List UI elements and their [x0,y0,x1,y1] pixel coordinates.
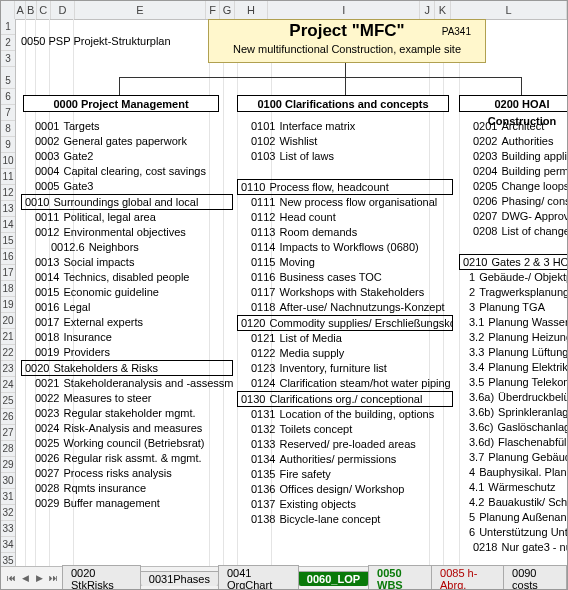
row-header[interactable]: 16 [1,249,15,265]
col0200-item[interactable]: 3.1Planung Wasser/ Abw [459,315,567,330]
column-header-C[interactable]: C [37,1,51,19]
row-header[interactable]: 15 [1,233,15,249]
col0000-item[interactable]: 0029Buffer management [21,496,233,511]
col0000-item[interactable]: 0016Legal [21,300,233,315]
col0100-item[interactable]: 0110Process flow, headcount [237,179,453,195]
row-header[interactable]: 19 [1,297,15,313]
row-header[interactable]: 23 [1,361,15,377]
column-header-I[interactable]: I [268,1,420,19]
col0200-item[interactable]: 0207DWG- Approval Mat [459,209,567,224]
row-header[interactable]: 22 [1,345,15,361]
col0100-item[interactable]: 0117Workshops with Stakeholders [237,285,453,300]
col0000-item[interactable]: 0013Social impacts [21,255,233,270]
col0200-item[interactable]: 0208List of changes [459,224,567,239]
col0200-item[interactable]: 0202Authorities [459,134,567,149]
column-header-B[interactable]: B [26,1,37,19]
col0100-item[interactable]: 0130Clarifications org./ conceptional [237,391,453,407]
col0200-item[interactable]: 3.6c)Gaslöschanlage [459,420,567,435]
row-header[interactable]: 30 [1,473,15,489]
col0000-item[interactable]: 0018Insurance [21,330,233,345]
col0200-item[interactable]: 3.7Planung Gebäudeaut [459,450,567,465]
col0000-item[interactable]: 0012.6Neighbors [21,240,233,255]
col0200-item[interactable]: 3.6d)Flaschenabfüllung [459,435,567,450]
col0100-item[interactable]: 0103List of laws [237,149,453,164]
col0200-item[interactable]: 2Tragwerksplanung [459,285,567,300]
column-header-0100[interactable]: 0100 Clarifications and concepts [237,95,449,112]
row-header[interactable]: 25 [1,393,15,409]
col0200-item[interactable]: 0206Phasing/ constructi [459,194,567,209]
row-header[interactable]: 8 [1,121,15,137]
col0100-item[interactable]: 0131Location of the building, options [237,407,453,422]
col0100-item[interactable]: 0122Media supply [237,346,453,361]
row-header[interactable]: 9 [1,137,15,153]
col0100-item[interactable]: 0124Clarification steam/hot water piping [237,376,453,391]
col0200-item[interactable]: 0218Nur gate3 - nur LPh3+4 [459,540,567,555]
col0100-item[interactable]: 0116Business cases TOC [237,270,453,285]
tab-prev-icon[interactable]: ◀ [19,572,31,584]
column-header-H[interactable]: H [235,1,269,19]
col0100-item[interactable]: 0135Fire safety [237,467,453,482]
col0200-item[interactable]: 6Unterstützung Unterlag [459,525,567,540]
col0200-item[interactable]: 0205Change loops floorp [459,179,567,194]
row-header[interactable]: 34 [1,537,15,553]
row-header[interactable]: 21 [1,329,15,345]
row-header[interactable]: 14 [1,217,15,233]
col0200-item[interactable]: 0201Architect [459,119,567,134]
col0200-item[interactable]: 5Planung Außenanlager [459,510,567,525]
col0100-item[interactable]: 0112Head count [237,210,453,225]
row-header[interactable]: 2 [1,35,15,51]
row-header[interactable]: 27 [1,425,15,441]
col0100-item[interactable]: 0102Wishlist [237,134,453,149]
col0100-item[interactable]: 0134Authorities/ permissions [237,452,453,467]
col0000-item[interactable]: 0012Environmental objectives [21,225,233,240]
col0000-item[interactable]: 0023Regular stakeholder mgmt. [21,406,233,421]
col0100-item[interactable]: 0132Toilets concept [237,422,453,437]
row-header[interactable]: 3 [1,51,15,67]
column-header-F[interactable]: F [206,1,220,19]
row-header[interactable]: 26 [1,409,15,425]
col0200-item[interactable]: 3Planung TGA [459,300,567,315]
col0100-item[interactable]: 0113Room demands [237,225,453,240]
col0000-item[interactable]: 0025Working council (Betriebsrat) [21,436,233,451]
col0000-item[interactable]: 0028Rqmts insurance [21,481,233,496]
col0100-item[interactable]: 0123Inventory, furniture list [237,361,453,376]
tab-first-icon[interactable]: ⏮ [5,572,17,584]
col0000-item[interactable]: 0010Surroundings global and local [21,194,233,210]
col0200-item[interactable]: 3.4Planung Elektrik [459,360,567,375]
column-header-A[interactable]: A [15,1,26,19]
sheet-tab[interactable]: 0020 StkRisks [62,565,141,591]
col0200-item[interactable] [459,239,567,254]
col0100-item[interactable]: 0111New process flow organisational [237,195,453,210]
col0000-item[interactable]: 0011Political, legal area [21,210,233,225]
column-header-J[interactable]: J [420,1,434,19]
row-header[interactable]: 12 [1,185,15,201]
col0100-item[interactable]: 0115Moving [237,255,453,270]
col0200-item[interactable]: 4.1Wärmeschutz [459,480,567,495]
col0100-item[interactable]: 0137Existing objects [237,497,453,512]
row-header[interactable]: 29 [1,457,15,473]
row-header[interactable]: 1 [1,19,15,35]
col0200-item[interactable]: 1Gebäude-/ Objektplan [459,270,567,285]
col0100-item[interactable]: 0101Interface matrix [237,119,453,134]
col0000-item[interactable]: 0014Technics, disabled people [21,270,233,285]
sheet-tab[interactable]: 0060_LOP [298,571,369,586]
col0200-item[interactable]: 3.5Planung Telekom und [459,375,567,390]
col0200-item[interactable]: 3.2Planung Heizung [459,330,567,345]
column-header-0200[interactable]: 0200 HOAI Construction [459,95,567,112]
row-header[interactable]: 24 [1,377,15,393]
col0000-item[interactable]: 0024Risk-Analysis and measures [21,421,233,436]
row-header[interactable]: 10 [1,153,15,169]
column-header-0000[interactable]: 0000 Project Management [23,95,219,112]
col0000-item[interactable]: 0015Economic guideline [21,285,233,300]
sheet-tab[interactable]: 0041 OrgChart [218,565,299,591]
row-header[interactable]: 32 [1,505,15,521]
col0000-item[interactable]: 0001Targets [21,119,233,134]
col0000-item[interactable]: 0027Process risks analysis [21,466,233,481]
col0100-item[interactable]: 0136Offices design/ Workshop [237,482,453,497]
row-header[interactable]: 33 [1,521,15,537]
column-header-D[interactable]: D [51,1,75,19]
row-header[interactable]: 5 [1,73,15,89]
col0200-item[interactable]: 0210Gates 2 & 3 HOAI 1,2,3, [459,254,567,270]
row-header[interactable]: 7 [1,105,15,121]
col0200-item[interactable]: 4.2Bauakustik/ Schallsch [459,495,567,510]
